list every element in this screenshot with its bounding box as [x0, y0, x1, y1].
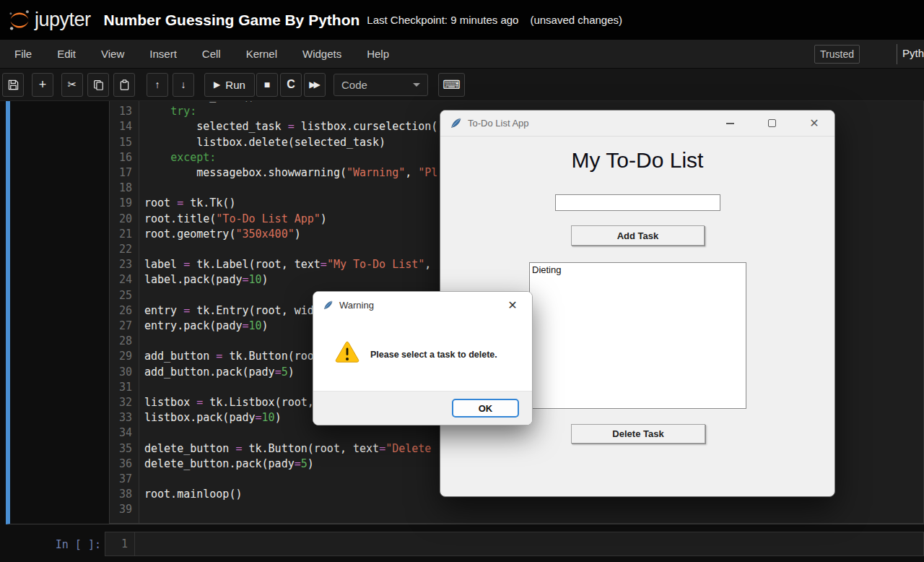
minimize-button[interactable] [713, 111, 746, 136]
header-bar: jupyter Number Guessing Game By Python L… [0, 0, 924, 40]
task-listbox[interactable]: Dieting [529, 262, 746, 409]
menu-widgets[interactable]: Widgets [302, 48, 341, 60]
menu-file[interactable]: File [14, 48, 32, 60]
restart-kernel-button[interactable]: C [280, 73, 302, 97]
unsaved-changes-status: (unsaved changes) [530, 14, 622, 26]
code-text: add_button.pack(pady=5) [144, 365, 295, 380]
interrupt-kernel-button[interactable]: ■ [256, 73, 278, 97]
code-text: root.mainloop() [144, 487, 242, 502]
empty-code-cell[interactable]: 1 [105, 532, 924, 556]
warning-titlebar[interactable]: Warning ✕ [313, 292, 532, 319]
warning-footer: OK [313, 391, 532, 425]
code-text: messagebox.showwarning("Warning", "Pl [144, 165, 437, 181]
chevron-down-icon [413, 83, 420, 87]
line-number: 37 [110, 472, 132, 487]
menu-view[interactable]: View [101, 48, 124, 60]
code-text [144, 334, 151, 349]
save-icon [8, 79, 19, 90]
copy-cell-button[interactable] [87, 73, 109, 97]
run-label: Run [225, 79, 245, 91]
warning-body: Please select a task to delete. [313, 319, 532, 392]
code-text [144, 425, 151, 441]
kernel-name: Pytho [902, 47, 924, 59]
line-number: 26 [110, 303, 132, 319]
cell-type-select[interactable]: Code [334, 74, 428, 96]
warning-dialog: Warning ✕ Please select a task to delete… [313, 291, 533, 425]
line-number: 19 [110, 196, 132, 211]
code-text: try: [144, 104, 196, 119]
kernel-separator [897, 44, 897, 64]
menu-help[interactable]: Help [367, 48, 389, 60]
restart-run-all-button[interactable]: ▶▶ [304, 73, 326, 97]
menu-cell[interactable]: Cell [202, 48, 221, 60]
notebook-title[interactable]: Number Guessing Game By Python [104, 12, 360, 29]
todo-titlebar[interactable]: To-Do List App ✕ [440, 111, 834, 137]
line-number: 22 [110, 242, 132, 257]
fast-forward-icon: ▶▶ [309, 79, 318, 90]
code-text: root = tk.Tk() [144, 196, 235, 211]
plus-icon: + [39, 77, 47, 92]
menu-kernel[interactable]: Kernel [246, 48, 277, 60]
arrow-up-icon: ↑ [155, 79, 160, 90]
close-icon: ✕ [809, 118, 819, 129]
code-text: root.geometry("350x400") [144, 227, 301, 242]
command-palette-button[interactable]: ⌨ [438, 73, 465, 97]
line-number: 21 [110, 227, 132, 242]
line-number: 27 [110, 319, 132, 334]
menu-edit[interactable]: Edit [57, 48, 76, 60]
code-text: except: [144, 150, 216, 165]
code-text: root.title("To-Do List App") [144, 212, 327, 227]
close-icon: ✕ [507, 300, 517, 311]
cut-cell-button[interactable]: ✂ [61, 73, 83, 97]
code-line: 39 [110, 502, 923, 517]
move-cell-down-button[interactable]: ↓ [173, 73, 194, 97]
paste-cell-button[interactable] [113, 73, 135, 97]
maximize-button[interactable] [755, 111, 788, 136]
line-number: 14 [110, 119, 132, 134]
code-text: label.pack(pady=10) [144, 272, 269, 288]
code-text: delete_button = tk.Button(root, text="De… [144, 441, 437, 457]
line-number: 39 [110, 502, 132, 517]
run-button[interactable]: ▶ Run [204, 73, 255, 97]
add-task-button[interactable]: Add Task [571, 225, 705, 246]
line-number: 20 [110, 212, 132, 227]
restart-icon: C [287, 78, 295, 91]
warning-title: Warning [339, 300, 374, 311]
code-text: label = tk.Label(root, text="My To-Do Li… [144, 257, 431, 272]
close-button[interactable]: ✕ [502, 295, 523, 316]
ok-button[interactable]: OK [452, 399, 519, 418]
jupyter-logo-text: jupyter [35, 9, 91, 31]
line-number: 32 [110, 395, 132, 410]
toolbar: + ✂ ↑ ↓ ▶ Run ■ C ▶▶ Code ⌨ [0, 69, 924, 101]
line-number: 29 [110, 349, 132, 364]
move-cell-up-button[interactable]: ↑ [147, 73, 168, 97]
python-feather-icon [323, 301, 333, 310]
line-number: 33 [110, 410, 132, 425]
menu-insert[interactable]: Insert [149, 48, 177, 60]
menu-bar: File Edit View Insert Cell Kernel Widget… [0, 40, 924, 69]
save-button[interactable] [2, 73, 24, 97]
arrow-down-icon: ↓ [181, 79, 186, 90]
code-text: listbox.delete(selected_task) [144, 135, 385, 150]
line-number: 23 [110, 257, 132, 272]
line-number: 30 [110, 365, 132, 380]
line-number: 36 [110, 457, 132, 472]
jupyter-logo-icon [7, 8, 32, 33]
task-entry-field[interactable] [555, 194, 720, 211]
list-item[interactable]: Dieting [530, 263, 746, 277]
jupyter-logo[interactable]: jupyter [7, 8, 91, 33]
maximize-icon [768, 119, 776, 127]
add-cell-button[interactable]: + [32, 73, 53, 97]
scissors-icon: ✂ [68, 78, 77, 91]
line-number: 38 [110, 487, 132, 502]
warning-triangle-icon [334, 340, 360, 365]
code-text: add_button = tk.Button(root [144, 349, 321, 364]
keyboard-icon: ⌨ [443, 77, 461, 92]
delete-task-button[interactable]: Delete Task [571, 424, 705, 444]
code-text [144, 181, 151, 196]
trusted-badge[interactable]: Trusted [814, 45, 860, 64]
line-number: 16 [110, 150, 132, 165]
code-text: entry = tk.Entry(root, widt [144, 303, 321, 319]
close-button[interactable]: ✕ [798, 111, 831, 136]
code-text [144, 380, 151, 395]
